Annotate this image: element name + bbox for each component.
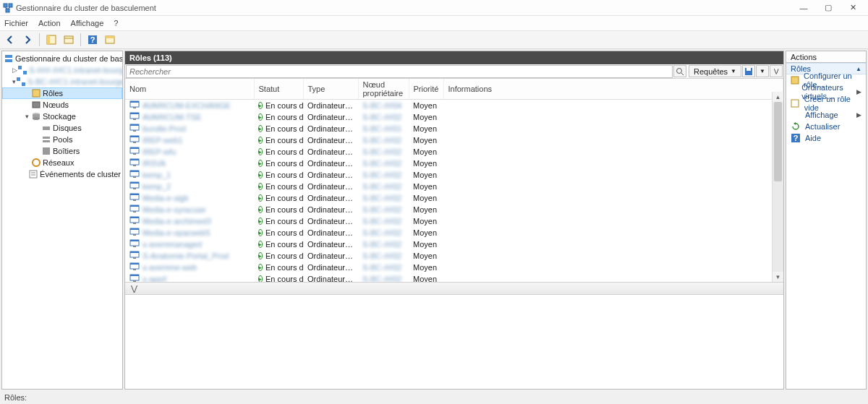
configure-icon	[791, 75, 799, 85]
cell-type: Ordinateur virtuel	[303, 273, 358, 282]
cell-name: kemp_2	[129, 181, 250, 192]
table-row[interactable]: Media-e-sigbEn cours d'exé…Ordinateur vi…	[125, 192, 783, 204]
cell-type: Ordinateur virtuel	[303, 100, 358, 112]
expand-button[interactable]: ⋁	[770, 65, 783, 77]
svg-rect-1	[9, 4, 12, 7]
col-header-priority[interactable]: Priorité	[409, 79, 443, 100]
svg-rect-24	[43, 126, 50, 130]
table-row[interactable]: IREP-wfuEn cours d'exé…Ordinateur virtue…	[125, 146, 783, 158]
minimize-button[interactable]: —	[791, 0, 816, 16]
nav-back-button[interactable]	[3, 33, 17, 47]
cell-status: En cours d'exé…	[258, 147, 299, 156]
table-row[interactable]: S-Anatomie-Portal_ProdEn cours d'exé…Ord…	[125, 250, 783, 262]
svg-rect-37	[130, 101, 139, 103]
queries-button[interactable]: Requêtes ▼	[689, 65, 741, 77]
vm-name-text: IRSVA	[142, 159, 166, 168]
tree-cluster-2-label: S-BC-##C1.intranet-bourges.fr	[27, 77, 122, 86]
svg-rect-73	[130, 240, 139, 241]
tree-cluster-2[interactable]: ▾ S-BC-##C1.intranet-bourges.fr	[2, 76, 122, 87]
cell-name: Media-e-opacweb5	[129, 228, 250, 238]
tree-node-events[interactable]: Événements de cluster	[2, 168, 122, 180]
status-text: En cours d'exé…	[265, 205, 303, 214]
show-hide-tree-button[interactable]	[44, 33, 59, 47]
vertical-scrollbar[interactable]: ▲ ▼	[772, 92, 783, 282]
table-row[interactable]: s-avemmanagedEn cours d'exé…Ordinateur v…	[125, 238, 783, 250]
table-row[interactable]: AVARICUM-EXCHANGEEn cours d'exé…Ordinate…	[125, 100, 783, 112]
cell-owner: S-BC-##02	[358, 181, 409, 192]
svg-rect-87	[791, 77, 799, 84]
cell-priority: Moyen	[409, 192, 443, 204]
vm-name-text: s-app#	[142, 275, 167, 282]
status-text: Rôles:	[4, 393, 27, 402]
nav-forward-button[interactable]	[20, 33, 35, 47]
close-button[interactable]: ✕	[841, 0, 865, 16]
status-text: En cours d'exé…	[265, 182, 303, 191]
col-header-name[interactable]: Nom	[125, 79, 254, 100]
svg-rect-29	[30, 171, 37, 178]
table-row[interactable]: kemp_2En cours d'exé…Ordinateur virtuelS…	[125, 181, 783, 192]
svg-rect-59	[133, 188, 136, 189]
tree-node-roles[interactable]: Rôles	[2, 87, 122, 99]
menu-help[interactable]: ?	[114, 19, 118, 27]
search-button[interactable]	[673, 65, 686, 77]
table-row[interactable]: IREP-web1En cours d'exé…Ordinateur virtu…	[125, 134, 783, 146]
tree-node-reseaux[interactable]: Réseaux	[2, 157, 122, 168]
table-row[interactable]: bundle-ProdEn cours d'exé…Ordinateur vir…	[125, 123, 783, 134]
col-header-owner[interactable]: Nœud propriétaire	[358, 79, 409, 100]
tree-cluster-1[interactable]: ▷ S-###-##C1.intranet-bourges.fr	[2, 64, 122, 76]
table-row[interactable]: kemp_1En cours d'exé…Ordinateur virtuelS…	[125, 169, 783, 181]
svg-rect-6	[47, 35, 50, 44]
expand-icon[interactable]: ▷	[12, 66, 17, 74]
scroll-thumb[interactable]	[774, 102, 782, 181]
table-row[interactable]: Media-e-archimed3En cours d'exé…Ordinate…	[125, 215, 783, 227]
grid-header-row[interactable]: Nom Statut Type Nœud propriétaire Priori…	[125, 79, 783, 100]
table-row[interactable]: Media-e-opacweb5En cours d'exé…Ordinateu…	[125, 227, 783, 238]
table-row[interactable]: Media-e-syracuseEn cours d'exé…Ordinateu…	[125, 204, 783, 215]
cell-priority: Moyen	[409, 169, 443, 181]
vm-name-text: kemp_1	[142, 171, 171, 179]
cell-info	[443, 204, 783, 215]
toolbar-button-2[interactable]	[61, 33, 76, 47]
tree-root[interactable]: Gestionnaire du cluster de basculement	[2, 53, 122, 64]
tree-node-disques[interactable]: Disques	[2, 122, 122, 134]
status-text: En cours d'exé…	[265, 101, 303, 110]
svg-point-32	[676, 68, 681, 73]
menu-view[interactable]: Affichage	[71, 19, 104, 27]
cell-owner: S-BC-##02	[358, 158, 409, 169]
table-row[interactable]: AVARICUM-TSEEn cours d'exé…Ordinateur vi…	[125, 111, 783, 123]
nav-tree[interactable]: Gestionnaire du cluster de basculement ▷…	[2, 51, 122, 389]
col-header-status[interactable]: Statut	[254, 79, 303, 100]
tree-node-pools[interactable]: Pools	[2, 134, 122, 145]
help-button[interactable]: ?	[85, 33, 100, 47]
action-help[interactable]: ? Aide	[786, 132, 866, 144]
tree-node-boitiers[interactable]: Boîtiers	[2, 145, 122, 157]
menu-file[interactable]: Fichier	[4, 19, 28, 27]
table-row[interactable]: s-app#En cours d'exé…Ordinateur virtuelS…	[125, 273, 783, 282]
table-row[interactable]: s-avemme-webEn cours d'exé…Ordinateur vi…	[125, 262, 783, 273]
vm-name-text: IREP-web1	[142, 136, 183, 145]
tree-node-roles-label: Rôles	[43, 89, 63, 98]
search-input[interactable]	[126, 65, 673, 78]
roles-grid[interactable]: Nom Statut Type Nœud propriétaire Priori…	[125, 79, 783, 282]
col-header-type[interactable]: Type	[303, 79, 358, 100]
col-header-info[interactable]: Informations	[443, 79, 783, 100]
status-text: En cours d'exé…	[265, 113, 303, 121]
save-query-button[interactable]	[742, 65, 755, 77]
tree-node-noeuds[interactable]: Nœuds	[2, 99, 122, 111]
dropdown-button[interactable]: ▼	[756, 65, 769, 77]
table-row[interactable]: IRSVAEn cours d'exé…Ordinateur virtuelS-…	[125, 158, 783, 169]
action-create-empty-role[interactable]: Créer un rôle vide	[786, 98, 866, 109]
svg-rect-20	[33, 102, 40, 108]
action-refresh[interactable]: Actualiser	[786, 121, 866, 132]
toolbar-button-4[interactable]	[103, 33, 117, 47]
action-display[interactable]: Affichage ▶	[786, 109, 866, 121]
menu-action[interactable]: Action	[38, 19, 61, 27]
detail-splitter[interactable]: ⋁	[125, 282, 783, 295]
collapse-icon[interactable]: ▾	[22, 113, 31, 120]
tree-node-stockage[interactable]: ▾ Stockage	[2, 111, 122, 122]
scroll-up-icon[interactable]: ▲	[773, 92, 783, 102]
cell-status: En cours d'exé…	[258, 205, 299, 214]
maximize-button[interactable]: ▢	[816, 0, 841, 16]
scroll-down-icon[interactable]: ▼	[773, 272, 783, 282]
vm-icon	[129, 170, 140, 180]
